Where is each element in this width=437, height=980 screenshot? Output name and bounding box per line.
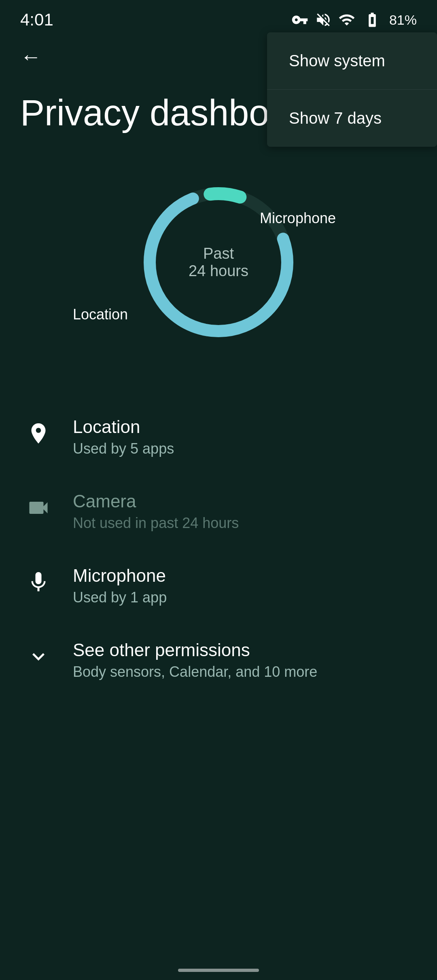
microphone-permission-info: Microphone Used by 1 app bbox=[73, 566, 413, 606]
camera-icon bbox=[24, 494, 53, 522]
location-chart-label: Location bbox=[73, 306, 128, 323]
location-icon bbox=[24, 419, 53, 448]
permission-item-other[interactable]: See other permissions Body sensors, Cale… bbox=[0, 623, 437, 697]
chart-center-text: Past 24 hours bbox=[189, 245, 248, 280]
status-time: 4:01 bbox=[20, 10, 53, 30]
permission-item-camera[interactable]: Camera Not used in past 24 hours bbox=[0, 474, 437, 549]
location-permission-desc: Used by 5 apps bbox=[73, 440, 413, 457]
home-indicator bbox=[178, 969, 259, 972]
microphone-icon bbox=[24, 568, 53, 596]
chart-label-hours: 24 hours bbox=[189, 262, 248, 280]
battery-icon bbox=[362, 11, 383, 28]
key-icon bbox=[291, 11, 308, 28]
dropdown-menu: Show system Show 7 days bbox=[267, 32, 437, 147]
show-7-days-menu-item[interactable]: Show 7 days bbox=[267, 90, 437, 147]
permission-item-location[interactable]: Location Used by 5 apps bbox=[0, 400, 437, 474]
chart-label-past: Past bbox=[189, 245, 248, 262]
battery-percentage: 81% bbox=[389, 12, 417, 28]
top-bar: ← Show system Show 7 days bbox=[0, 32, 437, 81]
permission-list: Location Used by 5 apps Camera Not used … bbox=[0, 392, 437, 705]
chevron-down-icon bbox=[24, 642, 53, 671]
other-permission-info: See other permissions Body sensors, Cale… bbox=[73, 640, 413, 680]
chart-section: Past 24 hours Microphone Location bbox=[0, 141, 437, 392]
other-permission-desc: Body sensors, Calendar, and 10 more bbox=[73, 663, 413, 680]
status-icons: 81% bbox=[291, 11, 417, 28]
location-permission-name: Location bbox=[73, 417, 413, 437]
microphone-chart-label: Microphone bbox=[260, 210, 336, 227]
other-permission-name: See other permissions bbox=[73, 640, 413, 660]
show-system-menu-item[interactable]: Show system bbox=[267, 32, 437, 90]
camera-permission-desc: Not used in past 24 hours bbox=[73, 515, 413, 532]
location-permission-info: Location Used by 5 apps bbox=[73, 417, 413, 457]
back-button[interactable]: ← bbox=[20, 44, 41, 69]
donut-chart: Past 24 hours Microphone Location bbox=[125, 169, 312, 355]
microphone-permission-desc: Used by 1 app bbox=[73, 589, 413, 606]
status-bar: 4:01 81% bbox=[0, 0, 437, 32]
camera-permission-name: Camera bbox=[73, 491, 413, 511]
camera-permission-info: Camera Not used in past 24 hours bbox=[73, 491, 413, 532]
microphone-permission-name: Microphone bbox=[73, 566, 413, 586]
wifi-icon bbox=[338, 11, 355, 28]
permission-item-microphone[interactable]: Microphone Used by 1 app bbox=[0, 549, 437, 623]
mute-icon bbox=[315, 11, 332, 28]
